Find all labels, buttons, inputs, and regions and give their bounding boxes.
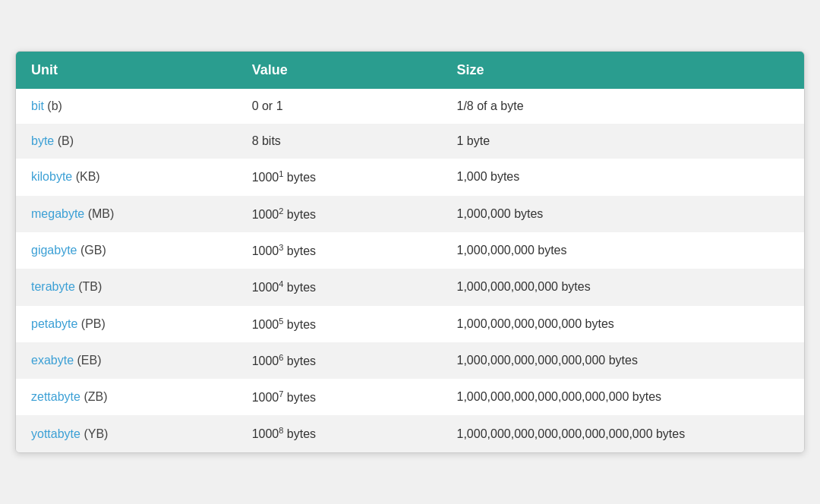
cell-unit: byte (B) bbox=[16, 124, 237, 159]
table-row: bit (b)0 or 11/8 of a byte bbox=[16, 89, 804, 124]
header-value: Value bbox=[237, 52, 442, 89]
table-row: terabyte (TB)10004 bytes1,000,000,000,00… bbox=[16, 269, 804, 305]
cell-value: 10003 bytes bbox=[237, 232, 442, 269]
cell-value: 0 or 1 bbox=[237, 89, 442, 124]
unit-link[interactable]: megabyte bbox=[31, 207, 84, 220]
data-table: Unit Value Size bit (b)0 or 11/8 of a by… bbox=[15, 51, 805, 453]
cell-unit: gigabyte (GB) bbox=[16, 232, 237, 269]
cell-value: 10006 bytes bbox=[237, 342, 442, 379]
cell-size: 1,000,000,000,000 bytes bbox=[442, 269, 805, 305]
cell-size: 1 byte bbox=[442, 124, 805, 159]
unit-link[interactable]: terabyte bbox=[31, 280, 75, 293]
cell-size: 1/8 of a byte bbox=[442, 89, 805, 124]
cell-unit: terabyte (TB) bbox=[16, 269, 237, 305]
cell-unit: yottabyte (YB) bbox=[16, 415, 237, 452]
unit-link[interactable]: petabyte bbox=[31, 317, 77, 330]
cell-size: 1,000,000 bytes bbox=[442, 196, 805, 232]
unit-link[interactable]: byte bbox=[31, 134, 54, 147]
cell-unit: megabyte (MB) bbox=[16, 196, 237, 232]
unit-link[interactable]: gigabyte bbox=[31, 244, 77, 257]
cell-size: 1,000,000,000,000,000,000,000,000 bytes bbox=[442, 415, 805, 452]
cell-size: 1,000,000,000,000,000 bytes bbox=[442, 306, 805, 342]
table-row: kilobyte (KB)10001 bytes1,000 bytes bbox=[16, 159, 804, 195]
unit-abbr: (YB) bbox=[80, 427, 108, 440]
unit-link[interactable]: yottabyte bbox=[31, 427, 80, 440]
unit-abbr: (KB) bbox=[72, 170, 99, 183]
cell-size: 1,000,000,000 bytes bbox=[442, 232, 805, 269]
cell-unit: exabyte (EB) bbox=[16, 342, 237, 379]
unit-abbr: (B) bbox=[54, 134, 74, 147]
unit-abbr: (MB) bbox=[84, 207, 114, 220]
cell-value: 8 bits bbox=[237, 124, 442, 159]
table-row: megabyte (MB)10002 bytes1,000,000 bytes bbox=[16, 196, 804, 232]
exponent: 6 bbox=[279, 353, 283, 362]
cell-value: 10005 bytes bbox=[237, 306, 442, 342]
table-row: yottabyte (YB)10008 bytes1,000,000,000,0… bbox=[16, 415, 804, 452]
unit-abbr: (EB) bbox=[74, 354, 101, 367]
cell-value: 10008 bytes bbox=[237, 415, 442, 452]
cell-value: 10007 bytes bbox=[237, 379, 442, 415]
unit-link[interactable]: kilobyte bbox=[31, 170, 72, 183]
exponent: 7 bbox=[279, 389, 283, 398]
unit-link[interactable]: bit bbox=[31, 99, 44, 112]
table-row: exabyte (EB)10006 bytes1,000,000,000,000… bbox=[16, 342, 804, 379]
unit-abbr: (TB) bbox=[75, 280, 102, 293]
table-row: gigabyte (GB)10003 bytes1,000,000,000 by… bbox=[16, 232, 804, 269]
exponent: 1 bbox=[279, 169, 283, 178]
unit-link[interactable]: exabyte bbox=[31, 354, 74, 367]
header-unit: Unit bbox=[16, 52, 237, 89]
table-row: zettabyte (ZB)10007 bytes1,000,000,000,0… bbox=[16, 379, 804, 415]
unit-abbr: (ZB) bbox=[80, 390, 108, 403]
unit-abbr: (GB) bbox=[77, 244, 106, 257]
cell-value: 10002 bytes bbox=[237, 196, 442, 232]
exponent: 2 bbox=[279, 206, 283, 216]
table-row: petabyte (PB)10005 bytes1,000,000,000,00… bbox=[16, 306, 804, 342]
cell-value: 10001 bytes bbox=[237, 159, 442, 195]
header-size: Size bbox=[442, 52, 805, 89]
cell-value: 10004 bytes bbox=[237, 269, 442, 305]
unit-link[interactable]: zettabyte bbox=[31, 390, 80, 403]
unit-abbr: (b) bbox=[44, 99, 62, 112]
cell-unit: bit (b) bbox=[16, 89, 237, 124]
table-header-row: Unit Value Size bbox=[16, 52, 804, 89]
cell-unit: zettabyte (ZB) bbox=[16, 379, 237, 415]
exponent: 5 bbox=[279, 317, 283, 326]
cell-size: 1,000,000,000,000,000,000 bytes bbox=[442, 342, 805, 379]
cell-size: 1,000,000,000,000,000,000,000 bytes bbox=[442, 379, 805, 415]
exponent: 3 bbox=[279, 243, 283, 252]
cell-unit: petabyte (PB) bbox=[16, 306, 237, 342]
cell-size: 1,000 bytes bbox=[442, 159, 805, 195]
table-row: byte (B)8 bits1 byte bbox=[16, 124, 804, 159]
cell-unit: kilobyte (KB) bbox=[16, 159, 237, 195]
exponent: 4 bbox=[279, 279, 283, 288]
unit-abbr: (PB) bbox=[77, 317, 105, 330]
exponent: 8 bbox=[279, 426, 283, 435]
